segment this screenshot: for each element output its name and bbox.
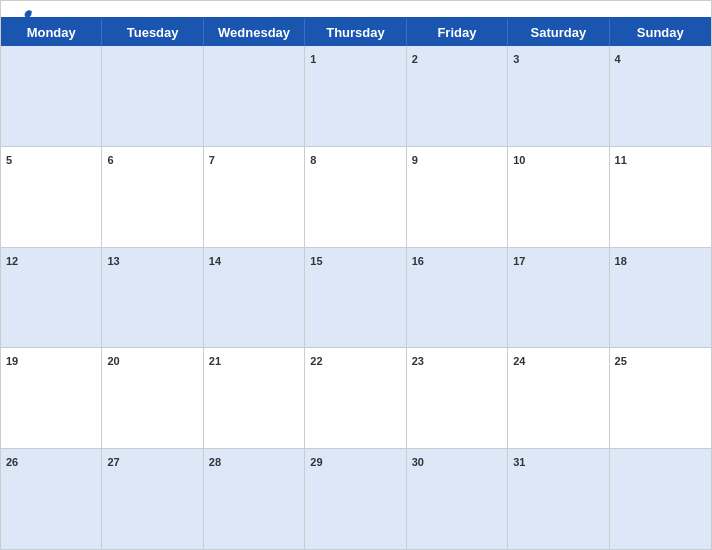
day-cell-w2-d4: 8 (305, 147, 406, 247)
day-number: 4 (615, 53, 621, 65)
day-number: 18 (615, 255, 627, 267)
day-number: 1 (310, 53, 316, 65)
day-number: 19 (6, 355, 18, 367)
day-number: 5 (6, 154, 12, 166)
day-cell-w3-d2: 13 (102, 248, 203, 348)
day-number: 15 (310, 255, 322, 267)
day-number: 20 (107, 355, 119, 367)
day-cell-w4-d3: 21 (204, 348, 305, 448)
day-number: 21 (209, 355, 221, 367)
calendar-grid: Monday Tuesday Wednesday Thursday Friday… (1, 17, 711, 549)
week-row-4: 19202122232425 (1, 348, 711, 449)
day-number: 3 (513, 53, 519, 65)
day-cell-w2-d7: 11 (610, 147, 711, 247)
day-number: 6 (107, 154, 113, 166)
day-number: 28 (209, 456, 221, 468)
day-number: 16 (412, 255, 424, 267)
day-cell-w1-d3 (204, 46, 305, 146)
day-cell-w5-d4: 29 (305, 449, 406, 549)
day-number: 23 (412, 355, 424, 367)
day-cell-w4-d7: 25 (610, 348, 711, 448)
day-number: 12 (6, 255, 18, 267)
week-row-5: 262728293031 (1, 449, 711, 549)
day-cell-w5-d1: 26 (1, 449, 102, 549)
day-number: 9 (412, 154, 418, 166)
header-tuesday: Tuesday (102, 19, 203, 46)
day-number: 10 (513, 154, 525, 166)
header-wednesday: Wednesday (204, 19, 305, 46)
day-cell-w3-d6: 17 (508, 248, 609, 348)
day-cell-w2-d2: 6 (102, 147, 203, 247)
header-sunday: Sunday (610, 19, 711, 46)
header-thursday: Thursday (305, 19, 406, 46)
logo-area (17, 9, 35, 23)
day-number: 17 (513, 255, 525, 267)
day-cell-w3-d3: 14 (204, 248, 305, 348)
logo-bird-icon (17, 9, 33, 23)
header-monday: Monday (1, 19, 102, 46)
week-row-2: 567891011 (1, 147, 711, 248)
day-number: 14 (209, 255, 221, 267)
day-cell-w3-d7: 18 (610, 248, 711, 348)
weeks-container: 1234567891011121314151617181920212223242… (1, 46, 711, 549)
day-cell-w2-d5: 9 (407, 147, 508, 247)
day-cell-w5-d7 (610, 449, 711, 549)
day-cell-w1-d6: 3 (508, 46, 609, 146)
day-cell-w1-d4: 1 (305, 46, 406, 146)
calendar-header (1, 1, 711, 17)
header-saturday: Saturday (508, 19, 609, 46)
calendar: Monday Tuesday Wednesday Thursday Friday… (0, 0, 712, 550)
day-cell-w3-d1: 12 (1, 248, 102, 348)
day-number: 24 (513, 355, 525, 367)
week-row-3: 12131415161718 (1, 248, 711, 349)
day-number: 30 (412, 456, 424, 468)
day-number: 29 (310, 456, 322, 468)
day-cell-w2-d3: 7 (204, 147, 305, 247)
day-cell-w4-d1: 19 (1, 348, 102, 448)
day-cell-w1-d2 (102, 46, 203, 146)
day-cell-w1-d5: 2 (407, 46, 508, 146)
week-row-1: 1234 (1, 46, 711, 147)
day-number: 25 (615, 355, 627, 367)
day-number: 8 (310, 154, 316, 166)
day-number: 31 (513, 456, 525, 468)
day-cell-w2-d6: 10 (508, 147, 609, 247)
day-headers-row: Monday Tuesday Wednesday Thursday Friday… (1, 19, 711, 46)
day-number: 13 (107, 255, 119, 267)
day-cell-w4-d4: 22 (305, 348, 406, 448)
day-number: 11 (615, 154, 627, 166)
day-cell-w1-d1 (1, 46, 102, 146)
day-cell-w5-d5: 30 (407, 449, 508, 549)
day-cell-w1-d7: 4 (610, 46, 711, 146)
day-cell-w4-d6: 24 (508, 348, 609, 448)
day-number: 27 (107, 456, 119, 468)
day-number: 22 (310, 355, 322, 367)
day-number: 7 (209, 154, 215, 166)
day-cell-w2-d1: 5 (1, 147, 102, 247)
logo-blue-text (17, 9, 35, 23)
day-number: 26 (6, 456, 18, 468)
day-cell-w5-d2: 27 (102, 449, 203, 549)
day-cell-w3-d5: 16 (407, 248, 508, 348)
day-cell-w5-d6: 31 (508, 449, 609, 549)
day-cell-w4-d2: 20 (102, 348, 203, 448)
day-cell-w3-d4: 15 (305, 248, 406, 348)
day-cell-w5-d3: 28 (204, 449, 305, 549)
day-cell-w4-d5: 23 (407, 348, 508, 448)
header-friday: Friday (407, 19, 508, 46)
day-number: 2 (412, 53, 418, 65)
